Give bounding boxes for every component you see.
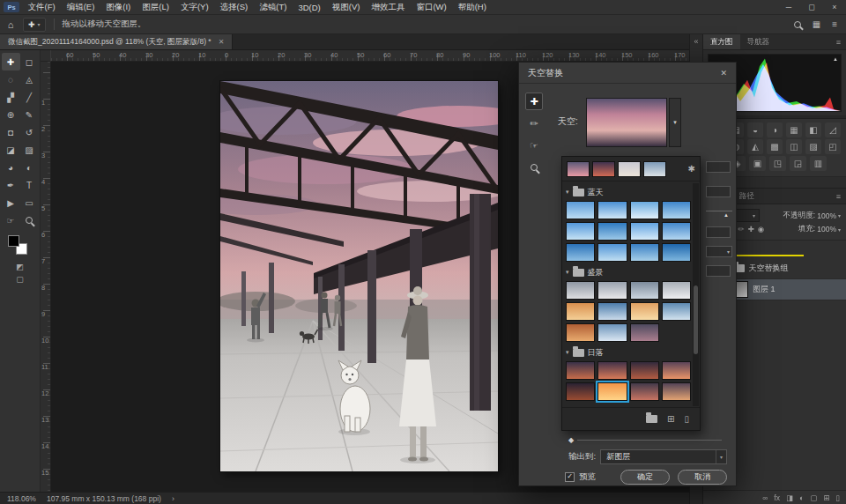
blur-tool[interactable]: ◕ (2, 159, 20, 176)
move-tool[interactable]: ✚ (2, 53, 20, 70)
sky-thumb[interactable] (662, 361, 691, 380)
sky-thumb[interactable] (662, 382, 691, 401)
sky-thumb[interactable] (597, 382, 627, 401)
sky-thumb[interactable] (662, 201, 691, 219)
adjustment-icon[interactable]: ◿ (825, 122, 841, 137)
sky-thumb[interactable] (566, 382, 595, 401)
adjustment-icon[interactable]: ▩ (767, 139, 783, 154)
adjustment-icon[interactable]: ◲ (790, 156, 806, 171)
foreground-color-swatch[interactable] (8, 235, 19, 247)
status-chevron-icon[interactable]: › (172, 494, 174, 503)
sky-thumb[interactable] (597, 222, 627, 241)
hidden-slider-field[interactable] (706, 186, 731, 197)
lock-all-icon[interactable]: ◉ (758, 225, 764, 233)
adjustment-icon[interactable]: ◳ (769, 156, 786, 171)
edge-slider[interactable]: ◆ (568, 436, 722, 443)
sky-thumb[interactable] (597, 361, 627, 380)
clone-stamp-tool[interactable]: ◘ (2, 123, 20, 141)
recent-sky-thumb[interactable] (618, 161, 641, 177)
sky-thumb[interactable] (566, 281, 595, 300)
eyedropper-tool[interactable]: ╱ (20, 88, 39, 106)
flyout-scrollbar[interactable] (693, 183, 699, 406)
menu-view[interactable]: 视图(V) (326, 0, 366, 14)
new-layer-icon[interactable]: ⊞ (823, 493, 829, 502)
recent-sky-thumb[interactable] (643, 161, 666, 177)
sky-thumb[interactable] (630, 302, 659, 321)
menu-select[interactable]: 选择(S) (214, 0, 254, 14)
menu-image[interactable]: 图像(I) (100, 0, 137, 14)
lasso-tool[interactable]: ◌ (2, 70, 20, 88)
panel-options-icon[interactable]: ≡ (832, 19, 837, 29)
sky-group-header[interactable]: ▾盛景 (566, 265, 691, 279)
close-dialog-icon[interactable]: ✕ (720, 69, 727, 78)
dodge-tool[interactable]: ◐ (20, 159, 39, 176)
histogram-refresh-warning-icon[interactable]: ▲ (833, 56, 838, 62)
sky-thumb[interactable] (630, 243, 659, 262)
new-group-folder-icon[interactable] (646, 415, 657, 423)
sky-thumb[interactable] (597, 243, 627, 262)
crop-tool[interactable]: ▞ (2, 88, 20, 106)
output-select[interactable]: 新图层 ▾ (600, 449, 727, 464)
menu-edit[interactable]: 编辑(E) (61, 0, 100, 14)
close-tab-icon[interactable]: ✕ (219, 38, 225, 46)
fill-control[interactable]: 填充: 100% ▾ (798, 224, 841, 234)
sky-thumb[interactable] (597, 302, 627, 321)
hidden-slider-field[interactable] (706, 161, 731, 173)
screen-mode-icon[interactable]: ▢ (16, 275, 24, 284)
document-image[interactable] (220, 81, 498, 471)
sky-thumb[interactable] (630, 201, 659, 219)
dialog-title-bar[interactable]: 天空替换 ✕ (519, 63, 736, 84)
sky-thumb[interactable] (630, 361, 659, 380)
slider-track[interactable] (577, 440, 722, 441)
minimize-button[interactable]: ─ (777, 0, 800, 14)
workspace-switcher-icon[interactable]: ▦ (813, 19, 820, 29)
sky-group-header[interactable]: ▾日落 (566, 345, 691, 359)
sky-thumb[interactable] (566, 201, 595, 219)
tool-preset-dropdown[interactable]: ✚ ▾ (23, 18, 46, 32)
menu-help[interactable]: 帮助(H) (452, 0, 492, 14)
search-icon[interactable] (794, 21, 801, 28)
sky-thumb[interactable] (630, 281, 659, 300)
adjustment-icon[interactable]: ◫ (786, 139, 802, 154)
recent-sky-thumb[interactable] (567, 161, 590, 177)
adjustment-icon[interactable]: ◰ (825, 139, 841, 154)
sky-thumb[interactable] (566, 302, 595, 321)
new-sky-icon[interactable]: ⊞ (667, 414, 674, 424)
hidden-slider-track[interactable] (706, 211, 732, 211)
hand-tool[interactable]: ☞ (2, 211, 20, 229)
panel-menu-icon[interactable]: ≡ (836, 38, 846, 47)
preview-checkbox[interactable]: ✓ (565, 472, 575, 482)
sky-thumb[interactable] (630, 222, 659, 241)
close-button[interactable]: × (823, 0, 846, 14)
layer-mask-icon[interactable]: ◨ (786, 493, 793, 502)
hidden-slider-field[interactable] (706, 265, 731, 277)
menu-layer[interactable]: 图层(L) (137, 0, 175, 14)
collapse-dock-icon[interactable]: « (694, 37, 698, 46)
brush-tool[interactable]: ✎ (20, 106, 39, 123)
menu-filter[interactable]: 滤镜(T) (254, 0, 293, 14)
zoom-tool[interactable] (20, 211, 39, 229)
document-tab[interactable]: 微信截图_20201114164000.psd @ 118% (天空, 图层蒙版… (0, 34, 233, 49)
panel-menu-icon[interactable]: ≡ (836, 192, 846, 201)
opacity-control[interactable]: 不透明度: 100% ▾ (783, 211, 841, 221)
sky-thumb[interactable] (662, 243, 691, 262)
sky-thumb[interactable] (662, 222, 691, 241)
current-sky-preview[interactable] (586, 98, 667, 147)
adjustment-icon[interactable]: ◑ (767, 122, 783, 137)
adjustment-icon[interactable]: ▨ (805, 139, 821, 154)
healing-brush-tool[interactable]: ⊕ (2, 106, 20, 123)
history-brush-tool[interactable]: ↺ (20, 123, 39, 141)
sky-thumb[interactable] (630, 323, 659, 342)
menu-plugins[interactable]: 增效工具 (366, 0, 411, 14)
sky-thumb[interactable] (597, 281, 627, 300)
adjustment-icon[interactable]: ▥ (810, 156, 827, 171)
zoom-level[interactable]: 118.06% (7, 494, 36, 503)
sky-move-tool[interactable]: ✚ (525, 93, 543, 110)
zoom-tool[interactable] (525, 159, 543, 176)
link-layers-icon[interactable]: ∞ (762, 493, 768, 502)
gradient-tool[interactable]: ▨ (20, 141, 39, 159)
sky-thumb[interactable] (597, 323, 627, 342)
menu-file[interactable]: 文件(F) (22, 0, 61, 14)
adjustment-icon[interactable]: ▣ (749, 156, 766, 171)
lock-position-icon[interactable]: ✚ (748, 225, 754, 233)
